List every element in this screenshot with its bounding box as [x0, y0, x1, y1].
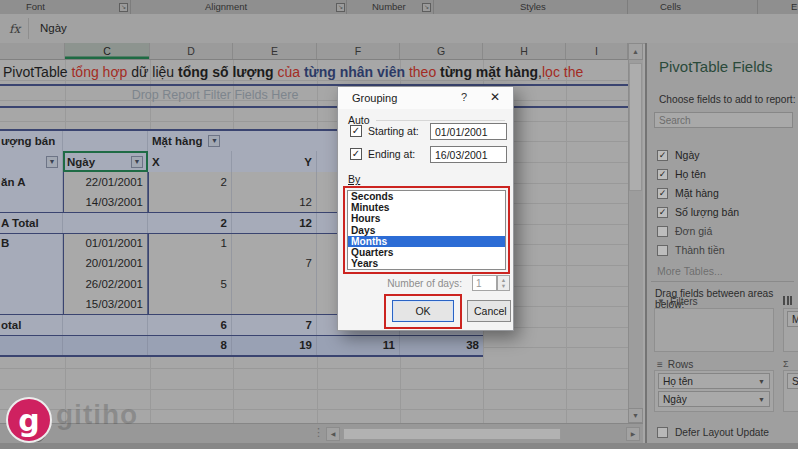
columns-field-chip[interactable]: M ▼: [787, 311, 798, 327]
pivot-cell[interactable]: 38: [400, 336, 483, 355]
by-option-quarters[interactable]: Quarters: [348, 247, 505, 258]
pivot-cell[interactable]: [232, 172, 317, 192]
pivot-cell[interactable]: [148, 192, 232, 212]
field-item-mặt-hàng[interactable]: ✓Mặt hàng: [657, 187, 719, 199]
starting-at-input[interactable]: [430, 123, 507, 140]
pivot-cell[interactable]: [0, 336, 63, 355]
pivot-cell[interactable]: 12: [232, 213, 317, 232]
dialog-launcher-icon[interactable]: ↘: [336, 3, 345, 12]
field-item-thành-tiền[interactable]: Thành tiền: [657, 244, 725, 256]
pivot-cell[interactable]: otal: [0, 315, 63, 334]
column-header-H[interactable]: H: [483, 43, 566, 59]
pivot-cell[interactable]: Ngày▼: [63, 151, 148, 171]
starting-at-checkbox[interactable]: ✓: [350, 125, 362, 137]
pivot-cell[interactable]: [0, 294, 63, 314]
scroll-left-arrow[interactable]: ◀: [326, 427, 340, 441]
by-listbox[interactable]: SecondsMinutesHoursDaysMonthsQuartersYea…: [347, 190, 506, 270]
by-option-seconds[interactable]: Seconds: [348, 191, 505, 202]
pivot-cell[interactable]: [0, 274, 63, 294]
scroll-down-arrow[interactable]: ▼: [628, 408, 643, 423]
ending-at-input[interactable]: [430, 146, 507, 163]
more-tables-link[interactable]: More Tables...: [657, 265, 723, 277]
pivot-cell[interactable]: 8: [148, 336, 232, 355]
field-checkbox[interactable]: ✓: [657, 188, 668, 199]
ending-at-checkbox[interactable]: ✓: [350, 148, 362, 160]
field-checkbox[interactable]: ✓: [657, 150, 668, 161]
pivot-cell[interactable]: 1: [148, 234, 232, 253]
column-header-C[interactable]: C: [65, 43, 150, 59]
pivot-cell[interactable]: 01/01/2001: [63, 234, 148, 253]
field-item-số-lượng-bán[interactable]: ✓Số lượng bán: [657, 206, 739, 218]
filter-dropdown-icon[interactable]: ▼: [46, 156, 58, 168]
pivot-cell[interactable]: [0, 253, 63, 273]
field-checkbox[interactable]: ✓: [657, 169, 668, 180]
by-option-years[interactable]: Years: [348, 258, 505, 269]
filter-dropdown-icon[interactable]: ▼: [208, 135, 220, 147]
pivot-cell[interactable]: 2: [148, 172, 232, 192]
dialog-launcher-icon[interactable]: ↘: [119, 3, 128, 12]
cancel-button[interactable]: Cancel: [467, 300, 511, 322]
field-checkbox[interactable]: [657, 226, 668, 237]
field-item-họ-tên[interactable]: ✓Họ tên: [657, 168, 706, 180]
filters-area-box[interactable]: [654, 308, 774, 352]
pivot-cell[interactable]: B: [0, 234, 63, 253]
column-header-I[interactable]: I: [566, 43, 628, 59]
column-header-G[interactable]: G: [400, 43, 483, 59]
pivot-cell[interactable]: 12: [232, 192, 317, 212]
pivot-cell[interactable]: 15/03/2001: [63, 294, 148, 314]
pivot-cell[interactable]: 2: [148, 213, 232, 232]
pivot-cell[interactable]: [148, 253, 232, 273]
field-checkbox[interactable]: [657, 245, 668, 256]
field-checkbox[interactable]: ✓: [657, 207, 668, 218]
by-option-days[interactable]: Days: [348, 225, 505, 236]
pivot-cell[interactable]: 20/01/2001: [63, 253, 148, 273]
pivot-cell[interactable]: [148, 294, 232, 314]
pivot-cell[interactable]: [232, 274, 317, 294]
pivot-cell[interactable]: [63, 213, 148, 232]
sheet-title-cell[interactable]: PivotTable tổng hợp dữ liệu tổng số lượn…: [3, 61, 640, 84]
search-input[interactable]: [654, 112, 793, 128]
defer-layout-checkbox[interactable]: [657, 427, 668, 438]
close-icon[interactable]: ✕: [490, 90, 500, 104]
ok-button[interactable]: OK: [392, 300, 454, 322]
field-item-đơn-giá[interactable]: Đơn giá: [657, 225, 712, 237]
pivot-cell[interactable]: ượng bán: [0, 131, 63, 151]
pivot-cell[interactable]: ăn A: [0, 172, 63, 192]
columns-area-box[interactable]: M ▼: [783, 308, 798, 352]
horizontal-scrollbar-thumb[interactable]: [343, 428, 561, 440]
formula-bar-value[interactable]: Ngày: [40, 22, 67, 34]
dialog-launcher-icon[interactable]: ↘: [422, 3, 431, 12]
pivot-cell[interactable]: 26/02/2001: [63, 274, 148, 294]
chevron-down-icon[interactable]: ▼: [758, 396, 765, 403]
pivot-cell[interactable]: [63, 315, 148, 334]
chevron-down-icon[interactable]: ▼: [758, 378, 765, 385]
by-option-months[interactable]: Months: [348, 236, 505, 247]
pivot-cell[interactable]: X: [148, 151, 232, 171]
column-header-F[interactable]: F: [317, 43, 400, 59]
pivot-cell[interactable]: 14/03/2001: [63, 192, 148, 212]
column-header-D[interactable]: D: [150, 43, 233, 59]
pivot-cell[interactable]: 7: [232, 253, 317, 273]
values-area-box[interactable]: Su: [783, 370, 798, 412]
pivot-cell[interactable]: 11: [317, 336, 400, 355]
rows-field-chip-ngày[interactable]: Ngày▼: [658, 391, 770, 407]
by-option-hours[interactable]: Hours: [348, 213, 505, 224]
pivot-cell[interactable]: 5: [148, 274, 232, 294]
pivot-cell[interactable]: [232, 234, 317, 253]
pivot-cell[interactable]: ▼: [0, 151, 63, 171]
pivot-cell[interactable]: 19: [232, 336, 317, 355]
pivot-cell[interactable]: Y: [232, 151, 317, 171]
scroll-right-arrow[interactable]: ▶: [626, 427, 640, 441]
pivot-cell[interactable]: 6: [148, 315, 232, 334]
pivot-cell[interactable]: 22/01/2001: [63, 172, 148, 192]
field-item-ngày[interactable]: ✓Ngày: [657, 149, 700, 161]
rows-area-box[interactable]: Họ tên▼Ngày▼: [654, 370, 774, 412]
pivot-cell[interactable]: 7: [232, 315, 317, 334]
pivot-cell[interactable]: A Total: [0, 213, 63, 232]
values-field-chip[interactable]: Su: [787, 373, 798, 389]
pivot-cell[interactable]: [63, 336, 148, 355]
pivot-cell[interactable]: [232, 294, 317, 314]
dialog-titlebar[interactable]: Grouping ? ✕: [338, 87, 513, 109]
insert-function-icon[interactable]: fx: [9, 22, 20, 36]
column-header-E[interactable]: E: [233, 43, 317, 59]
